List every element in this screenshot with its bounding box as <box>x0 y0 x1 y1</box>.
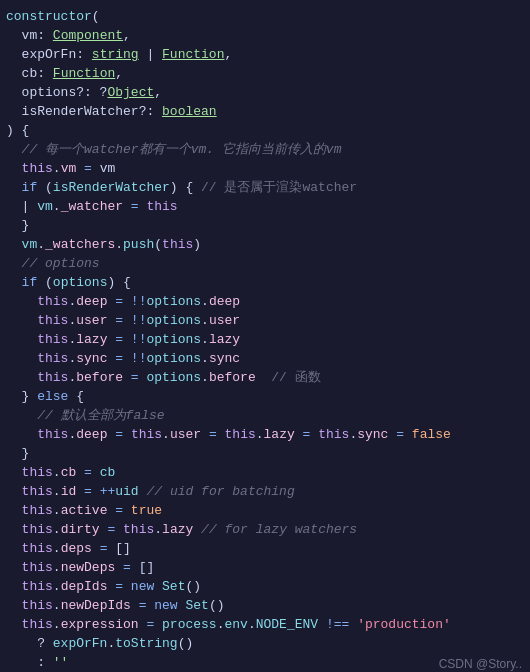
token <box>6 331 37 350</box>
code-line-29: this.deps = [] <box>0 540 530 559</box>
token: vm <box>22 236 38 255</box>
token: . <box>53 464 61 483</box>
code-line-20: this.before = options.before // 函数 <box>0 369 530 388</box>
token: . <box>68 369 76 388</box>
token: boolean <box>162 103 217 122</box>
code-line-8: // 每一个watcher都有一个vm. 它指向当前传入的vm <box>0 141 530 160</box>
token: ) <box>193 236 201 255</box>
token: if <box>22 179 38 198</box>
token: Set <box>178 597 209 616</box>
token: id <box>61 483 77 502</box>
code-line-11: | vm._watcher = this <box>0 198 530 217</box>
token: this <box>37 369 68 388</box>
token: . <box>68 350 76 369</box>
token: this <box>22 540 53 559</box>
token: Set <box>154 578 185 597</box>
token: . <box>201 369 209 388</box>
token: ? <box>6 635 53 654</box>
token: // 是否属于渲染 <box>193 179 302 198</box>
token: // 函数 <box>256 369 321 388</box>
token: . <box>201 350 209 369</box>
token: . <box>53 198 61 217</box>
watermark: CSDN @Story.. <box>439 656 522 672</box>
token <box>6 103 22 122</box>
token <box>6 65 22 84</box>
token <box>6 426 37 445</box>
code-line-1: constructor( <box>0 8 530 27</box>
token: = <box>107 578 130 597</box>
token: // for lazy watchers <box>193 521 357 540</box>
token <box>6 312 37 331</box>
token: . <box>53 540 61 559</box>
token <box>6 27 22 46</box>
token <box>6 179 22 198</box>
token: Component <box>53 27 123 46</box>
code-line-2: vm: Component, <box>0 27 530 46</box>
token: . <box>217 616 225 635</box>
token: deep <box>76 293 107 312</box>
token: = <box>123 198 146 217</box>
token: : <box>37 27 53 46</box>
token: ) { <box>107 274 130 293</box>
token: vm <box>100 160 116 179</box>
token: . <box>154 521 162 540</box>
token: . <box>256 426 264 445</box>
token: ?: ? <box>76 84 107 103</box>
token: false <box>412 426 451 445</box>
code-line-31: this.depIds = new Set() <box>0 578 530 597</box>
token: // options <box>6 255 100 274</box>
token <box>6 597 22 616</box>
code-line-13: vm._watchers.push(this) <box>0 236 530 255</box>
code-line-21: } else { <box>0 388 530 407</box>
token <box>6 483 22 502</box>
code-line-15: if (options) { <box>0 274 530 293</box>
token: if <box>22 274 38 293</box>
token: options <box>146 350 201 369</box>
token: ) { <box>170 179 193 198</box>
token: . <box>53 559 61 578</box>
token: = <box>76 464 99 483</box>
token: = <box>76 160 99 179</box>
token: = <box>107 502 130 521</box>
token: : <box>37 65 53 84</box>
token <box>6 236 22 255</box>
token: lazy <box>209 331 240 350</box>
token: | <box>22 198 38 217</box>
code-line-10: if (isRenderWatcher) { // 是否属于渲染watcher <box>0 179 530 198</box>
code-line-4: cb: Function, <box>0 65 530 84</box>
token: isRenderWatcher <box>53 179 170 198</box>
token: this <box>37 293 68 312</box>
token: this <box>123 521 154 540</box>
token: options <box>53 274 108 293</box>
token: . <box>53 521 61 540</box>
code-line-23: this.deep = this.user = this.lazy = this… <box>0 426 530 445</box>
token-this-dirty: this <box>22 521 53 540</box>
token: deps <box>61 540 92 559</box>
token: env <box>224 616 247 635</box>
token: this <box>37 350 68 369</box>
token <box>6 350 37 369</box>
token: lazy <box>162 521 193 540</box>
token: uid <box>115 483 138 502</box>
token: this <box>22 559 53 578</box>
code-line-12: } <box>0 217 530 236</box>
token: this <box>22 616 53 635</box>
token: = <box>107 426 130 445</box>
token: this <box>146 198 177 217</box>
token: options <box>146 369 201 388</box>
token: vm <box>37 198 53 217</box>
token: 都有一个vm. 它指向当前传入的vm <box>139 141 342 160</box>
token <box>6 445 22 464</box>
token: deep <box>76 426 107 445</box>
token <box>6 578 22 597</box>
token: [] <box>139 559 155 578</box>
token: Function <box>162 46 224 65</box>
token: } <box>22 388 38 407</box>
token: newDeps <box>61 559 116 578</box>
token-this-lazy: this <box>37 331 68 350</box>
code-line-30: this.newDeps = [] <box>0 559 530 578</box>
token: . <box>68 331 76 350</box>
token: ( <box>154 236 162 255</box>
token: . <box>53 502 61 521</box>
token: user <box>209 312 240 331</box>
